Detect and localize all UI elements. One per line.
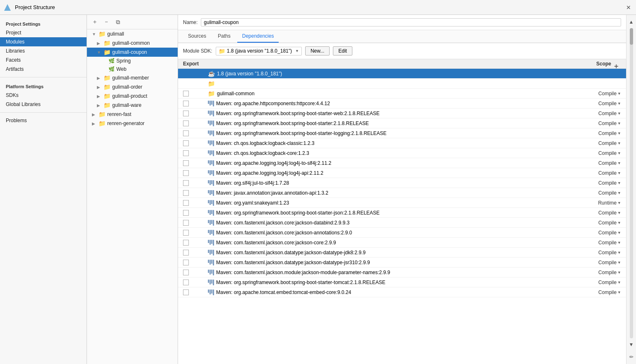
export-checkbox[interactable] — [183, 140, 189, 146]
scope-dropdown-icon[interactable]: ▼ — [617, 151, 621, 155]
table-row[interactable]: Maven: org.springframework.boot:spring-b… — [178, 128, 626, 138]
scope-dropdown-icon[interactable]: ▼ — [617, 270, 621, 275]
table-row[interactable]: Maven: ch.qos.logback:logback-core:1.2.3… — [178, 148, 626, 158]
tab-sources[interactable]: Sources — [183, 30, 211, 43]
sidebar-item-facets[interactable]: Facets — [0, 55, 87, 65]
table-row[interactable]: Maven: com.fasterxml.jackson.module:jack… — [178, 268, 626, 277]
export-checkbox[interactable] — [183, 210, 189, 216]
table-row[interactable]: Maven: org.apache.logging.log4j:log4j-to… — [178, 158, 626, 168]
scope-dropdown-icon[interactable]: ▼ — [617, 280, 621, 284]
sdk-new-button[interactable]: New... — [305, 46, 330, 55]
sidebar-item-global-libraries[interactable]: Global Libraries — [0, 100, 87, 109]
export-checkbox[interactable] — [183, 190, 189, 196]
table-row[interactable]: Maven: org.springframework.boot:spring-b… — [178, 118, 626, 128]
sidebar-item-libraries[interactable]: Libraries — [0, 46, 87, 55]
sidebar-item-artifacts[interactable]: Artifacts — [0, 65, 87, 74]
export-checkbox[interactable] — [183, 101, 189, 106]
tab-dependencies[interactable]: Dependencies — [237, 30, 279, 43]
add-dependency-icon[interactable]: ＋ — [613, 62, 619, 71]
scope-dropdown-icon[interactable]: ▼ — [617, 161, 621, 165]
edit-pen-icon[interactable]: ✏ — [628, 353, 635, 361]
tree-item-gulimall-ware[interactable]: ▶ 📁 gulimall-ware — [87, 101, 178, 110]
sidebar-item-sdks[interactable]: SDKs — [0, 91, 87, 100]
scope-dropdown-icon[interactable]: ▼ — [617, 111, 621, 116]
table-row[interactable]: Maven: org.apache.httpcomponents:httpcor… — [178, 99, 626, 108]
tree-item-spring[interactable]: 🌿 Spring — [87, 57, 178, 65]
export-checkbox[interactable] — [183, 260, 189, 265]
scrollbar-thumb[interactable] — [630, 28, 633, 45]
table-row[interactable]: Maven: com.fasterxml.jackson.datatype:ja… — [178, 248, 626, 258]
scope-dropdown-icon[interactable]: ▼ — [617, 191, 621, 195]
module-name-input[interactable] — [201, 18, 621, 27]
table-row[interactable]: Maven: javax.annotation:javax.annotation… — [178, 188, 626, 198]
table-row[interactable]: Maven: com.fasterxml.jackson.core:jackso… — [178, 238, 626, 248]
sidebar-item-modules[interactable]: Modules — [0, 37, 87, 46]
scroll-up-button[interactable]: ▲ — [628, 18, 635, 26]
tree-item-web[interactable]: 🌿 Web — [87, 65, 178, 73]
tree-item-gulimall-member[interactable]: ▶ 📁 gulimall-member — [87, 73, 178, 82]
tree-item-renren-generator[interactable]: ▶ 📁 renren-generator — [87, 119, 178, 128]
table-row[interactable]: Maven: org.springframework.boot:spring-b… — [178, 277, 626, 287]
export-checkbox[interactable] — [183, 91, 189, 96]
table-row[interactable]: Maven: org.apache.tomcat.embed:tomcat-em… — [178, 287, 626, 297]
tree-item-gulimall-coupon[interactable]: ▼ 📁 gulimall-coupon — [87, 48, 178, 57]
scope-dropdown-icon[interactable]: ▼ — [617, 251, 621, 255]
export-checkbox[interactable] — [183, 280, 189, 285]
export-checkbox[interactable] — [183, 130, 189, 136]
scope-dropdown-icon[interactable]: ▼ — [617, 231, 621, 235]
table-row[interactable]: Maven: ch.qos.logback:logback-classic:1.… — [178, 138, 626, 148]
scroll-down-button[interactable]: ▼ — [628, 341, 635, 348]
scope-dropdown-icon[interactable]: ▼ — [617, 181, 621, 185]
scope-dropdown-icon[interactable]: ▼ — [617, 101, 621, 106]
tree-item-gulimall-common[interactable]: ▶ 📁 gulimall-common — [87, 39, 178, 48]
export-checkbox[interactable] — [183, 240, 189, 246]
export-checkbox[interactable] — [183, 121, 189, 126]
export-checkbox[interactable] — [183, 200, 189, 206]
scope-dropdown-icon[interactable]: ▼ — [617, 171, 621, 175]
tab-paths[interactable]: Paths — [213, 30, 236, 43]
scope-dropdown-icon[interactable]: ▼ — [617, 92, 621, 96]
export-checkbox[interactable] — [183, 220, 189, 226]
close-button[interactable]: ✕ — [624, 3, 633, 12]
scope-dropdown-icon[interactable]: ▼ — [617, 141, 621, 145]
export-checkbox[interactable] — [183, 230, 189, 236]
sidebar-item-project[interactable]: Project — [0, 28, 87, 37]
export-checkbox[interactable] — [183, 150, 189, 156]
table-row[interactable]: Maven: org.springframework.boot:spring-b… — [178, 108, 626, 118]
export-checkbox[interactable] — [183, 250, 189, 256]
table-row[interactable]: Maven: org.apache.logging.log4j:log4j-ap… — [178, 168, 626, 178]
sidebar-item-problems[interactable]: Problems — [0, 116, 87, 125]
tree-item-renren-fast[interactable]: ▶ 📁 renren-fast — [87, 110, 178, 119]
sdk-select[interactable]: 📁 1.8 (java version "1.8.0_181") ▼ — [216, 47, 302, 55]
copy-module-button[interactable]: ⧉ — [113, 17, 123, 27]
table-row[interactable]: 📁 gulimall-common Compile ▼ — [178, 89, 626, 99]
scope-dropdown-icon[interactable]: ▼ — [617, 131, 621, 135]
export-checkbox[interactable] — [183, 111, 189, 116]
export-checkbox[interactable] — [183, 270, 189, 275]
scope-dropdown-icon[interactable]: ▼ — [617, 121, 621, 125]
table-row[interactable]: Maven: com.fasterxml.jackson.core:jackso… — [178, 218, 626, 228]
table-row[interactable]: Maven: com.fasterxml.jackson.core:jackso… — [178, 228, 626, 238]
table-row[interactable]: Maven: org.slf4j:jul-to-slf4j:1.7.28 Com… — [178, 178, 626, 188]
add-module-button[interactable]: ＋ — [90, 17, 99, 27]
export-checkbox[interactable] — [183, 160, 189, 166]
export-checkbox[interactable] — [183, 170, 189, 176]
table-row[interactable]: Maven: org.springframework.boot:spring-b… — [178, 208, 626, 218]
table-row[interactable]: 📁 — [178, 79, 626, 89]
export-checkbox[interactable] — [183, 289, 189, 295]
scope-dropdown-icon[interactable]: ▼ — [617, 241, 621, 245]
tree-item-gulimall[interactable]: ▼ 📁 gulimall — [87, 29, 178, 39]
table-row[interactable]: Maven: org.yaml:snakeyaml:1.23 Runtime ▼ — [178, 198, 626, 208]
tree-item-gulimall-order[interactable]: ▶ 📁 gulimall-order — [87, 82, 178, 92]
tree-item-gulimall-product[interactable]: ▶ 📁 gulimall-product — [87, 92, 178, 101]
sdk-edit-button[interactable]: Edit — [333, 46, 352, 55]
scope-dropdown-icon[interactable]: ▼ — [617, 221, 621, 225]
scope-dropdown-icon[interactable]: ▼ — [617, 290, 621, 294]
table-row[interactable]: ☕ 1.8 (java version "1.8.0_181") — [178, 69, 626, 79]
export-checkbox[interactable] — [183, 180, 189, 186]
scope-dropdown-icon[interactable]: ▼ — [617, 260, 621, 265]
scope-dropdown-icon[interactable]: ▼ — [617, 211, 621, 215]
scope-dropdown-icon[interactable]: ▼ — [617, 201, 621, 205]
table-row[interactable]: Maven: com.fasterxml.jackson.datatype:ja… — [178, 258, 626, 268]
remove-module-button[interactable]: － — [102, 17, 111, 27]
